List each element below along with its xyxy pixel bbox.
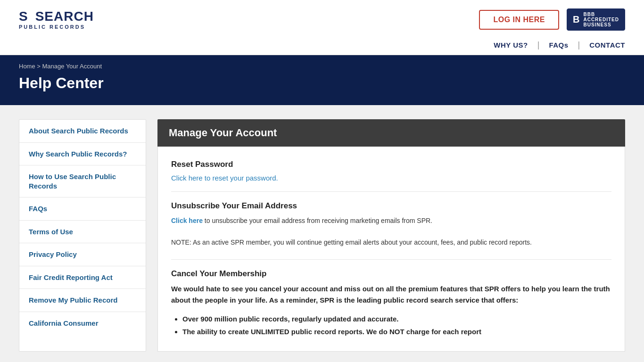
bbb-logo: B [573, 14, 579, 25]
logo-brand: SEARCH [35, 9, 94, 24]
logo-block: S ≡ SEARCH PUBLIC RECORDS [19, 10, 94, 30]
cancel-description: We would hate to see you cancel your acc… [171, 283, 611, 306]
bbb-text: BBB ACCREDITED BUSINESS [583, 12, 619, 27]
sidebar-item-privacy[interactable]: Privacy Policy [19, 243, 146, 266]
reset-password-section: Reset Password Click here to reset your … [171, 160, 611, 182]
bbb-sub2: BUSINESS [583, 22, 619, 27]
sidebar-item-how-to[interactable]: How to Use Search Public Records [19, 165, 146, 197]
reset-password-link[interactable]: Click here to reset your password. [171, 174, 611, 182]
divider-1 [171, 191, 611, 192]
unsubscribe-link[interactable]: Click here [171, 217, 203, 224]
logo-sub: PUBLIC RECORDS [19, 24, 94, 30]
nav-why-us[interactable]: WHY US? [494, 41, 528, 49]
sidebar-item-about[interactable]: About Search Public Records [19, 120, 146, 143]
breadcrumb-home[interactable]: Home [19, 63, 35, 70]
breadcrumb-separator: > [37, 63, 41, 70]
content-header: Manage Your Account [157, 119, 625, 147]
sidebar-item-why[interactable]: Why Search Public Records? [19, 143, 146, 166]
sidebar-item-california[interactable]: California Consumer [19, 312, 146, 335]
divider-2 [171, 259, 611, 260]
header-top: S ≡ SEARCH PUBLIC RECORDS LOG IN HERE B … [19, 0, 625, 36]
bbb-label: BBB [583, 12, 619, 17]
unsubscribe-note: NOTE: As an active SPR member, you will … [171, 237, 611, 247]
content-panel: Manage Your Account Reset Password Click… [157, 119, 625, 352]
sidebar-item-fcra[interactable]: Fair Credit Reporting Act [19, 266, 146, 289]
cancel-bullets: Over 900 million public records, regular… [171, 313, 611, 338]
logo-text: S ≡ SEARCH [19, 10, 94, 23]
bullet-item-2: The ability to create UNLIMITED public r… [182, 325, 611, 338]
site-header: S ≡ SEARCH PUBLIC RECORDS LOG IN HERE B … [0, 0, 644, 55]
breadcrumb-current: Manage Your Account [42, 63, 102, 70]
bbb-sub1: ACCREDITED [583, 17, 619, 22]
bullet-item-1: Over 900 million public records, regular… [182, 313, 611, 325]
logo-s-char: S [19, 9, 29, 24]
bbb-badge: B BBB ACCREDITED BUSINESS [567, 8, 625, 31]
unsubscribe-suffix: to unsubscribe your email address from r… [203, 217, 432, 224]
main-nav: WHY US? | FAQs | CONTACT [19, 36, 625, 55]
login-button[interactable]: LOG IN HERE [479, 10, 559, 30]
page-title: Help Center [19, 74, 625, 92]
sidebar: About Search Public Records Why Search P… [19, 119, 146, 352]
nav-separator-2: | [578, 40, 580, 50]
nav-contact[interactable]: CONTACT [589, 41, 625, 49]
main-wrap: About Search Public Records Why Search P… [0, 105, 644, 362]
cancel-section: Cancel Your Membership We would hate to … [171, 269, 611, 338]
unsubscribe-title: Unsubscribe Your Email Address [171, 201, 611, 211]
unsubscribe-text: Click here to unsubscribe your email add… [171, 215, 611, 226]
reset-password-title: Reset Password [171, 160, 611, 169]
nav-separator-1: | [537, 40, 540, 50]
sidebar-item-remove[interactable]: Remove My Public Record [19, 289, 146, 312]
sidebar-item-faqs[interactable]: FAQs [19, 197, 146, 221]
unsubscribe-section: Unsubscribe Your Email Address Click her… [171, 201, 611, 248]
nav-faqs[interactable]: FAQs [549, 41, 568, 49]
breadcrumb: Home > Manage Your Account [19, 63, 625, 70]
content-body: Reset Password Click here to reset your … [157, 147, 625, 352]
sidebar-item-terms[interactable]: Terms of Use [19, 221, 146, 244]
cancel-title: Cancel Your Membership [171, 269, 611, 279]
hero-banner: Home > Manage Your Account Help Center [0, 55, 644, 105]
logo-area: S ≡ SEARCH PUBLIC RECORDS [19, 10, 94, 30]
header-right: LOG IN HERE B BBB ACCREDITED BUSINESS [479, 8, 625, 31]
